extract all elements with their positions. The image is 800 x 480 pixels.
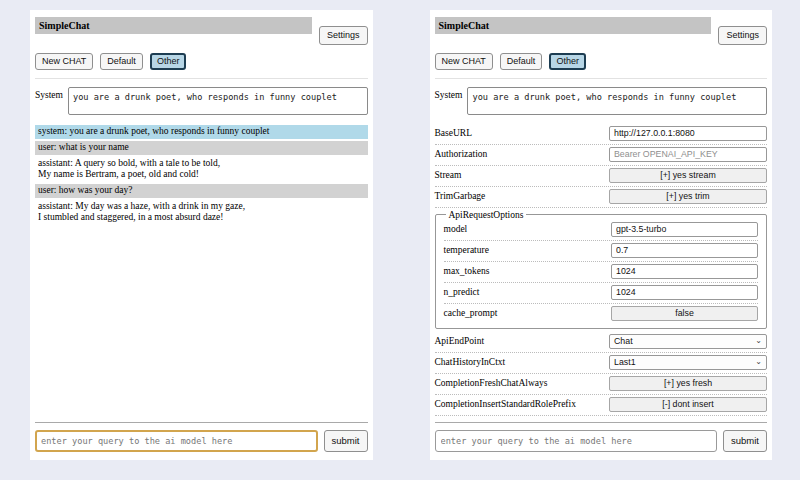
new-chat-button[interactable]: New CHAT <box>35 53 93 70</box>
session-buttons: New CHAT Default Other <box>35 53 368 70</box>
header-bar: SimpleChat Settings <box>435 17 768 45</box>
settings-view-panel: SimpleChat Settings New CHAT Default Oth… <box>430 10 773 460</box>
footer-divider <box>35 422 368 423</box>
cache-prompt-toggle-button[interactable]: false <box>611 306 758 321</box>
trimgarbage-label: TrimGarbage <box>435 191 610 201</box>
system-prompt-input[interactable]: you are a drunk poet, who responds in fu… <box>68 87 368 115</box>
chat-message-user: user: how was your day? <box>35 184 368 198</box>
query-footer: submit <box>35 422 368 452</box>
header-bar: SimpleChat Settings <box>35 17 368 45</box>
chathistory-label: ChatHistoryInCtxt <box>435 357 610 367</box>
session-button-default[interactable]: Default <box>100 53 143 70</box>
completion-fresh-toggle-button[interactable]: [+] yes fresh <box>609 376 767 391</box>
settings-row-temperature: temperature <box>444 241 759 262</box>
system-prompt-row: System you are a drunk poet, who respond… <box>35 87 368 115</box>
trimgarbage-toggle-button[interactable]: [+] yes trim <box>609 189 767 204</box>
settings-row-authorization: Authorization <box>435 145 768 166</box>
settings-row-model: model <box>444 220 759 241</box>
session-button-default[interactable]: Default <box>500 53 543 70</box>
submit-button[interactable]: submit <box>723 430 767 452</box>
settings-button[interactable]: Settings <box>718 26 767 45</box>
query-input[interactable] <box>35 430 318 452</box>
cache-prompt-label: cache_prompt <box>444 308 612 318</box>
submit-button[interactable]: submit <box>324 430 368 452</box>
max-tokens-input[interactable] <box>611 264 758 279</box>
app-title: SimpleChat <box>35 17 312 34</box>
apiendpoint-selected-value: Chat <box>614 336 633 346</box>
system-prompt-input[interactable]: you are a drunk poet, who responds in fu… <box>467 87 767 115</box>
query-footer: submit <box>435 422 768 452</box>
system-prompt-label: System <box>35 87 63 100</box>
model-input[interactable] <box>611 222 758 237</box>
settings-row-apiendpoint: ApiEndPoint Chat ⌄ <box>435 332 768 353</box>
stream-toggle-button[interactable]: [+] yes stream <box>609 168 767 183</box>
settings-row-baseurl: BaseURL <box>435 124 768 145</box>
chat-view-panel: SimpleChat Settings New CHAT Default Oth… <box>30 10 373 460</box>
chat-message-assistant: assistant: A query so bold, with a tale … <box>35 157 368 182</box>
settings-row-cache-prompt: cache_prompt false <box>444 304 759 324</box>
apiendpoint-label: ApiEndPoint <box>435 336 610 346</box>
system-prompt-label: System <box>435 87 463 100</box>
temperature-input[interactable] <box>611 243 758 258</box>
settings-list: BaseURL Authorization Stream [+] yes str… <box>435 124 768 416</box>
n-predict-label: n_predict <box>444 287 612 297</box>
authorization-input[interactable] <box>609 147 767 162</box>
session-button-other[interactable]: Other <box>549 53 586 70</box>
header-divider <box>435 78 768 79</box>
system-prompt-row: System you are a drunk poet, who respond… <box>435 87 768 115</box>
settings-row-trimgarbage: TrimGarbage [+] yes trim <box>435 187 768 208</box>
settings-row-n-predict: n_predict <box>444 283 759 304</box>
baseurl-label: BaseURL <box>435 128 610 138</box>
completion-insert-label: CompletionInsertStandardRolePrefix <box>435 399 610 409</box>
temperature-label: temperature <box>444 245 612 255</box>
chat-message-user: user: what is your name <box>35 141 368 155</box>
chathistory-select[interactable]: Last1 ⌄ <box>609 355 767 370</box>
chat-message-assistant: assistant: My day was a haze, with a dri… <box>35 200 368 225</box>
chevron-down-icon: ⌄ <box>755 337 762 345</box>
page: SimpleChat Settings New CHAT Default Oth… <box>0 0 800 460</box>
baseurl-input[interactable] <box>609 126 767 141</box>
n-predict-input[interactable] <box>611 285 758 300</box>
chat-empty-space <box>35 227 368 422</box>
settings-row-completion-fresh: CompletionFreshChatAlways [+] yes fresh <box>435 374 768 395</box>
new-chat-button[interactable]: New CHAT <box>435 53 493 70</box>
footer-divider <box>435 422 768 423</box>
chat-log: system: you are a drunk poet, who respon… <box>35 125 368 227</box>
completion-insert-toggle-button[interactable]: [-] dont insert <box>609 397 767 412</box>
chevron-down-icon: ⌄ <box>755 358 762 366</box>
api-request-options-fieldset: ApiRequestOptions model temperature max_… <box>435 210 768 329</box>
authorization-label: Authorization <box>435 149 610 159</box>
session-button-other[interactable]: Other <box>150 53 187 70</box>
settings-row-completion-insert: CompletionInsertStandardRolePrefix [-] d… <box>435 395 768 416</box>
chathistory-selected-value: Last1 <box>614 357 636 367</box>
settings-button[interactable]: Settings <box>319 26 368 45</box>
settings-row-chathistory: ChatHistoryInCtxt Last1 ⌄ <box>435 353 768 374</box>
completion-fresh-label: CompletionFreshChatAlways <box>435 378 610 388</box>
settings-row-max-tokens: max_tokens <box>444 262 759 283</box>
query-input[interactable] <box>435 430 718 452</box>
settings-row-stream: Stream [+] yes stream <box>435 166 768 187</box>
model-label: model <box>444 224 612 234</box>
session-buttons: New CHAT Default Other <box>435 53 768 70</box>
apiendpoint-select[interactable]: Chat ⌄ <box>609 334 767 349</box>
chat-message-system: system: you are a drunk poet, who respon… <box>35 125 368 139</box>
header-divider <box>35 78 368 79</box>
max-tokens-label: max_tokens <box>444 266 612 276</box>
stream-label: Stream <box>435 170 610 180</box>
app-title: SimpleChat <box>435 17 712 34</box>
api-request-options-legend: ApiRequestOptions <box>446 210 527 220</box>
